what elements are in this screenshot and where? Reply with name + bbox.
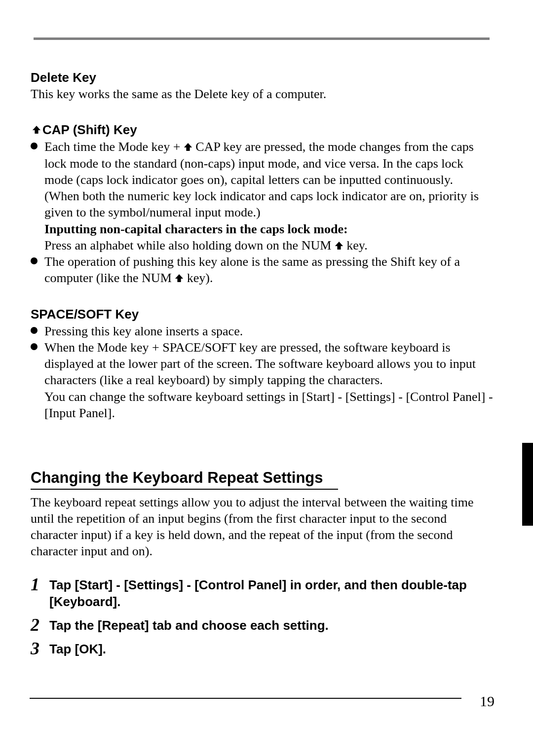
text: key.: [343, 238, 368, 252]
list-item: The operation of pushing this key alone …: [31, 253, 495, 287]
heading-cap-key: CAP (Shift) Key: [42, 123, 137, 138]
text: Each time the Mode key +: [44, 140, 184, 154]
heading-space-soft: SPACE/SOFT Key: [31, 307, 495, 322]
list-item: When the Mode key + SPACE/SOFT key are p…: [31, 339, 495, 421]
text: key).: [184, 271, 213, 285]
page-number: 19: [480, 693, 495, 710]
step-text: Tap [Start] - [Settings] - [Control Pane…: [49, 577, 467, 609]
top-rule: [34, 37, 490, 40]
step-item: Tap [OK].: [31, 641, 495, 658]
heading-delete-key: Delete Key: [31, 71, 495, 85]
text: Pressing this key alone inserts a space.: [44, 324, 243, 338]
text: When the Mode key + SPACE/SOFT key are p…: [44, 340, 476, 388]
section-cap-key: CAP (Shift) Key Each time the Mode key +…: [31, 123, 495, 286]
step-item: Tap [Start] - [Settings] - [Control Pane…: [31, 577, 495, 611]
section-body: The keyboard repeat settings allow you t…: [31, 495, 495, 559]
section-changing: Changing the Keyboard Repeat Settings Th…: [31, 468, 495, 657]
body-delete-key: This key works the same as the Delete ke…: [31, 86, 495, 103]
list-item: Pressing this key alone inserts a space.: [31, 323, 495, 339]
steps-list: Tap [Start] - [Settings] - [Control Pane…: [31, 577, 495, 657]
space-soft-bullets: Pressing this key alone inserts a space.…: [31, 323, 495, 422]
section-delete-key: Delete Key This key works the same as th…: [31, 71, 495, 102]
step-text: Tap [OK].: [49, 642, 106, 656]
text: The operation of pushing this key alone …: [44, 254, 460, 285]
shift-arrow-icon: [184, 140, 192, 154]
section-space-soft: SPACE/SOFT Key Pressing this key alone i…: [31, 307, 495, 421]
text: (When both the numeric key lock indicato…: [44, 189, 479, 219]
shift-arrow-icon: [31, 123, 42, 134]
cap-key-bullets: Each time the Mode key + CAP key are pre…: [31, 139, 495, 286]
text: Press an alphabet while also holding dow…: [44, 238, 335, 252]
step-text: Tap the [Repeat] tab and choose each set…: [49, 618, 329, 633]
manual-page: Delete Key This key works the same as th…: [0, 0, 533, 756]
thumb-tab: [522, 443, 533, 526]
section-title: Changing the Keyboard Repeat Settings: [31, 468, 338, 490]
shift-arrow-icon: [175, 271, 184, 285]
sub-heading: Inputting non-capital characters in the …: [44, 222, 348, 236]
bottom-rule: [30, 698, 461, 699]
text: You can change the software keyboard set…: [44, 390, 493, 420]
list-item: Each time the Mode key + CAP key are pre…: [31, 139, 495, 253]
shift-arrow-icon: [335, 238, 343, 252]
step-item: Tap the [Repeat] tab and choose each set…: [31, 617, 495, 634]
